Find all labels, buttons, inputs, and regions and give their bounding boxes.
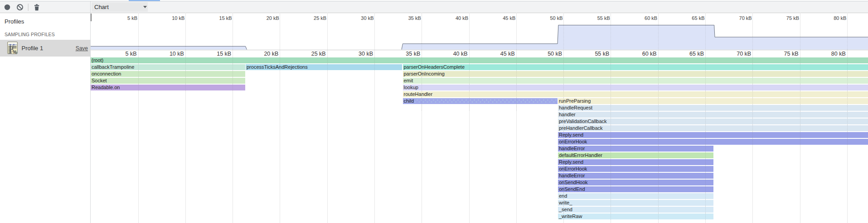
svg-text:%: % — [13, 49, 17, 55]
